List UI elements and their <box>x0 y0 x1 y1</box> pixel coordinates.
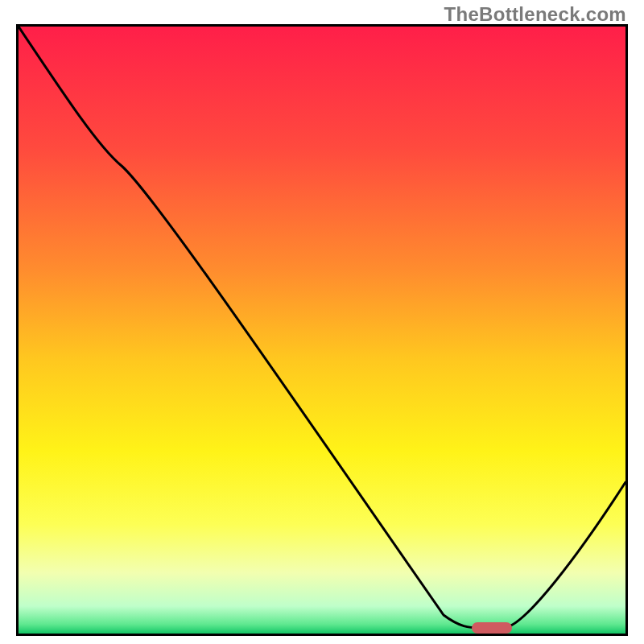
curve-layer <box>19 27 625 634</box>
chart-frame <box>16 24 628 636</box>
optimal-marker <box>472 622 512 634</box>
watermark-text: TheBottleneck.com <box>444 3 626 26</box>
bottleneck-curve <box>19 27 625 628</box>
